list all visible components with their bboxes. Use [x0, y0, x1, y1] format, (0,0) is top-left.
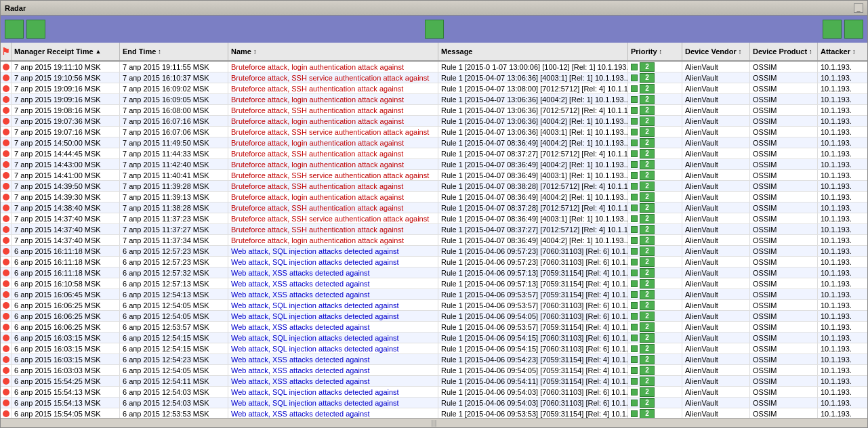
priority-dot-icon [631, 248, 638, 255]
table-row[interactable]: 6 апр 2015 15:54:05 MSK6 апр 2015 12:53:… [1, 408, 867, 418]
status-dot-icon [3, 335, 9, 341]
cell-priority: 2 [628, 213, 682, 223]
priority-badge: 2 [640, 203, 655, 213]
cell-message: Rule 1 [2015-04-07 08:36:49] [4003:1] [R… [438, 213, 628, 223]
th-attacker[interactable]: Attacker ↕ [818, 43, 867, 60]
row-icon [1, 322, 12, 332]
table-row[interactable]: 7 апр 2015 14:50:00 MSK7 апр 2015 11:49:… [1, 137, 867, 148]
th-manager-receipt-time[interactable]: Manager Receipt Time ▲ [12, 43, 120, 60]
table-row[interactable]: 7 апр 2015 19:07:36 MSK7 апр 2015 16:07:… [1, 116, 867, 127]
table-row[interactable]: 6 апр 2015 16:06:45 MSK6 апр 2015 12:54:… [1, 289, 867, 300]
table-row[interactable]: 7 апр 2015 14:39:50 MSK7 апр 2015 11:39:… [1, 181, 867, 192]
table-row[interactable]: 7 апр 2015 14:38:40 MSK7 апр 2015 11:38:… [1, 202, 867, 213]
row-icon [1, 159, 12, 169]
priority-badge: 2 [640, 225, 655, 234]
table-row[interactable]: 6 апр 2015 15:54:25 MSK6 апр 2015 12:54:… [1, 376, 867, 387]
title-bar: Radar _ [1, 1, 867, 16]
cell-end-time: 7 апр 2015 11:39:28 MSK [120, 181, 228, 191]
cell-manager-receipt-time: 6 апр 2015 16:03:03 MSK [12, 365, 120, 375]
cell-end-time: 7 апр 2015 16:07:06 MSK [120, 127, 228, 137]
cell-manager-receipt-time: 6 апр 2015 15:54:13 MSK [12, 387, 120, 397]
cell-message: Rule 1 [2015-04-06 09:53:57] [7060:31103… [438, 300, 628, 310]
table-row[interactable]: 7 апр 2015 14:37:40 MSK7 апр 2015 11:37:… [1, 213, 867, 224]
cell-device-vendor: AlienVault [682, 365, 750, 375]
toolbar-center-btn[interactable] [425, 20, 444, 39]
horizontal-scrollbar[interactable]: ||| [1, 418, 867, 427]
cell-priority: 2 [628, 322, 682, 332]
cell-manager-receipt-time: 7 апр 2015 14:39:30 MSK [12, 192, 120, 202]
table-row[interactable]: 7 апр 2015 19:07:16 MSK7 апр 2015 16:07:… [1, 127, 867, 137]
table-row[interactable]: 6 апр 2015 15:54:13 MSK6 апр 2015 12:54:… [1, 398, 867, 408]
table-row[interactable]: 6 апр 2015 16:10:58 MSK6 апр 2015 12:57:… [1, 278, 867, 289]
cell-manager-receipt-time: 7 апр 2015 14:41:00 MSK [12, 170, 120, 180]
status-dot-icon [3, 367, 9, 374]
cell-name: Bruteforce attack, login authentication … [228, 94, 438, 104]
table-container: ⚑ Manager Receipt Time ▲ End Time ↕ Name… [1, 43, 867, 418]
table-header: ⚑ Manager Receipt Time ▲ End Time ↕ Name… [1, 43, 867, 62]
th-end-time[interactable]: End Time ↕ [120, 43, 228, 60]
cell-manager-receipt-time: 6 апр 2015 15:54:13 MSK [12, 398, 120, 408]
table-row[interactable]: 7 апр 2015 14:43:00 MSK7 апр 2015 11:42:… [1, 159, 867, 170]
table-row[interactable]: 6 апр 2015 16:11:18 MSK6 апр 2015 12:57:… [1, 246, 867, 257]
cell-attacker: 10.1.193. [818, 257, 867, 267]
status-dot-icon [3, 378, 9, 385]
cell-attacker: 10.1.193. [818, 365, 867, 375]
toolbar-right-btn2[interactable] [844, 20, 863, 39]
toolbar-button-2[interactable] [26, 20, 45, 39]
cell-attacker: 10.1.193. [818, 224, 867, 234]
cell-name: Bruteforce attack, login authentication … [228, 192, 438, 202]
table-row[interactable]: 7 апр 2015 14:37:40 MSK7 апр 2015 11:37:… [1, 235, 867, 246]
table-row[interactable]: 6 апр 2015 16:06:25 MSK6 апр 2015 12:54:… [1, 311, 867, 322]
cell-attacker: 10.1.193. [818, 354, 867, 364]
minimize-button[interactable]: _ [854, 3, 863, 13]
table-row[interactable]: 6 апр 2015 16:06:25 MSK6 апр 2015 12:53:… [1, 322, 867, 333]
table-row[interactable]: 7 апр 2015 14:41:00 MSK7 апр 2015 11:40:… [1, 170, 867, 181]
cell-message: Rule 1 [2015-04-06 09:54:11] [7059:31154… [438, 376, 628, 386]
cell-message: Rule 1 [2015-04-07 08:36:49] [4004:2] [R… [438, 192, 628, 202]
table-row[interactable]: 6 апр 2015 15:54:13 MSK6 апр 2015 12:54:… [1, 387, 867, 398]
th-name[interactable]: Name ↕ [228, 43, 438, 60]
cell-device-product: OSSIM [750, 94, 818, 104]
table-row[interactable]: 6 апр 2015 16:03:15 MSK6 апр 2015 12:54:… [1, 333, 867, 343]
th-priority[interactable]: Priority ↕ [628, 43, 682, 60]
th-message[interactable]: Message [438, 43, 628, 60]
table-row[interactable]: 7 апр 2015 14:37:40 MSK7 апр 2015 11:37:… [1, 224, 867, 235]
cell-attacker: 10.1.193. [818, 289, 867, 299]
cell-device-vendor: AlienVault [682, 333, 750, 343]
table-row[interactable]: 7 апр 2015 19:08:16 MSK7 апр 2015 16:08:… [1, 105, 867, 116]
cell-device-vendor: AlienVault [682, 83, 750, 93]
table-row[interactable]: 6 апр 2015 16:03:03 MSK6 апр 2015 12:54:… [1, 365, 867, 376]
cell-attacker: 10.1.193. [818, 159, 867, 169]
priority-badge: 2 [640, 366, 655, 375]
row-icon [1, 343, 12, 354]
row-icon [1, 83, 12, 93]
table-row[interactable]: 6 апр 2015 16:03:15 MSK6 апр 2015 12:54:… [1, 354, 867, 365]
table-row[interactable]: 6 апр 2015 16:11:18 MSK6 апр 2015 12:57:… [1, 257, 867, 268]
row-icon [1, 311, 12, 321]
table-row[interactable]: 7 апр 2015 19:09:16 MSK7 апр 2015 16:09:… [1, 83, 867, 94]
toolbar-button-1[interactable] [5, 20, 24, 39]
priority-dot-icon [631, 302, 638, 309]
table-row[interactable]: 7 апр 2015 14:39:30 MSK7 апр 2015 11:39:… [1, 192, 867, 202]
cell-end-time: 7 апр 2015 11:37:23 MSK [120, 213, 228, 223]
th-device-product[interactable]: Device Product ↕ [750, 43, 818, 60]
cell-end-time: 7 апр 2015 11:44:33 MSK [120, 148, 228, 158]
table-row[interactable]: 7 апр 2015 19:11:10 MSK7 апр 2015 19:11:… [1, 62, 867, 72]
cell-manager-receipt-time: 6 апр 2015 16:03:15 MSK [12, 354, 120, 364]
cell-end-time: 7 апр 2015 16:08:00 MSK [120, 105, 228, 115]
cell-device-vendor: AlienVault [682, 289, 750, 299]
table-row[interactable]: 7 апр 2015 19:10:56 MSK7 апр 2015 16:10:… [1, 72, 867, 83]
table-row[interactable]: 7 апр 2015 14:44:45 MSK7 апр 2015 11:44:… [1, 148, 867, 159]
table-body[interactable]: 7 апр 2015 19:11:10 MSK7 апр 2015 19:11:… [1, 62, 867, 418]
cell-end-time: 6 апр 2015 12:57:13 MSK [120, 278, 228, 288]
table-row[interactable]: 6 апр 2015 16:06:25 MSK6 апр 2015 12:54:… [1, 300, 867, 311]
cell-device-product: OSSIM [750, 257, 818, 267]
status-dot-icon [3, 410, 9, 417]
cell-message: Rule 1 [2015-04-07 08:37:27] [7012:5712]… [438, 224, 628, 234]
toolbar-right-btn1[interactable] [823, 20, 842, 39]
table-row[interactable]: 6 апр 2015 16:11:18 MSK6 апр 2015 12:57:… [1, 268, 867, 278]
table-row[interactable]: 6 апр 2015 16:03:15 MSK6 апр 2015 12:54:… [1, 343, 867, 354]
table-row[interactable]: 7 апр 2015 19:09:16 MSK7 апр 2015 16:09:… [1, 94, 867, 105]
th-device-vendor[interactable]: Device Vendor ↕ [682, 43, 750, 60]
priority-badge: 2 [640, 301, 655, 310]
